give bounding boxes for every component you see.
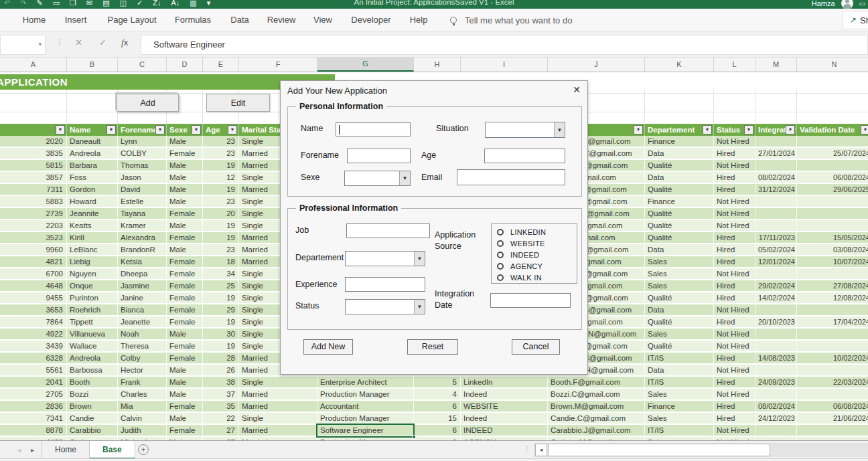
- cell[interactable]: 3857: [0, 172, 67, 184]
- cell[interactable]: [755, 389, 797, 401]
- radio-option-walk-in[interactable]: WALK IN: [497, 273, 542, 282]
- cell[interactable]: Not Hired: [714, 304, 755, 316]
- cell[interactable]: 7341: [0, 413, 67, 425]
- cell[interactable]: Not Hired: [714, 341, 755, 353]
- cell[interactable]: 12/01/2024: [755, 256, 797, 268]
- cell[interactable]: Alexandra: [118, 232, 167, 244]
- insert-function-icon[interactable]: fx: [121, 37, 128, 48]
- cell[interactable]: INDEED: [461, 425, 548, 437]
- cell[interactable]: IT/IS: [645, 377, 714, 389]
- cell[interactable]: 3439: [0, 341, 67, 353]
- new-sheet-button[interactable]: +: [138, 444, 149, 455]
- sort-az-icon[interactable]: Z↓: [153, 0, 161, 7]
- radio-icon[interactable]: [497, 263, 504, 270]
- cell[interactable]: 9455: [0, 292, 67, 304]
- combo-dropdown-icon[interactable]: ▼: [554, 122, 565, 137]
- formula-input[interactable]: Software Engineer: [141, 35, 868, 55]
- cell[interactable]: 19: [203, 292, 239, 304]
- cell[interactable]: Qualité: [645, 341, 714, 353]
- cell[interactable]: 28: [203, 353, 239, 365]
- table-header-cell[interactable]: Sexe▼: [167, 124, 203, 136]
- add-button[interactable]: Add: [117, 94, 179, 112]
- cell[interactable]: Female: [167, 256, 203, 268]
- cell[interactable]: Judith: [118, 425, 167, 437]
- open-folder-icon[interactable]: ❒: [70, 0, 76, 7]
- radio-icon[interactable]: [497, 274, 504, 281]
- cell[interactable]: 20: [203, 208, 239, 220]
- cell[interactable]: WEBSITE: [461, 401, 548, 413]
- table-header-cell[interactable]: Integration▼: [755, 124, 797, 136]
- cell[interactable]: 5: [414, 377, 461, 389]
- ribbon-display-options-icon[interactable]: ▭: [859, 0, 865, 7]
- cell[interactable]: Andreola: [67, 148, 118, 160]
- cell[interactable]: 6: [414, 425, 461, 437]
- cell[interactable]: Foss: [67, 172, 118, 184]
- cell[interactable]: Kirill: [67, 232, 118, 244]
- column-header-H[interactable]: H: [414, 58, 461, 72]
- cell[interactable]: 29: [203, 304, 239, 316]
- column-header-F[interactable]: F: [239, 58, 317, 72]
- cell[interactable]: 27: [203, 425, 239, 437]
- edit-button[interactable]: Edit: [206, 94, 270, 112]
- radio-icon[interactable]: [497, 240, 504, 247]
- radio-icon[interactable]: [497, 229, 504, 236]
- sheet-tab-base[interactable]: Base: [90, 441, 135, 459]
- cell[interactable]: 14/08/2023: [755, 353, 797, 365]
- cell[interactable]: Female: [167, 341, 203, 353]
- cell[interactable]: 19: [203, 316, 239, 329]
- cell[interactable]: 23: [203, 148, 239, 160]
- radio-option-website[interactable]: WEBSITE: [497, 239, 545, 248]
- cell[interactable]: Qualité: [645, 292, 714, 304]
- cell[interactable]: Hired: [714, 413, 755, 425]
- table-header-cell[interactable]: Name▼: [67, 124, 118, 136]
- cell[interactable]: 20/10/2023: [755, 316, 797, 329]
- cell[interactable]: [755, 341, 797, 353]
- cell[interactable]: Male: [167, 220, 203, 232]
- cell[interactable]: Male: [167, 196, 203, 208]
- chevron-down-icon[interactable]: ▾: [38, 41, 42, 48]
- ribbon-tab-page-layout[interactable]: Page Layout: [107, 9, 156, 31]
- cell[interactable]: 05/02/2024: [755, 244, 797, 256]
- cell[interactable]: BrandonR: [118, 244, 167, 256]
- departement-combobox[interactable]: ▼: [345, 251, 425, 266]
- cell[interactable]: 18: [203, 256, 239, 268]
- cell[interactable]: 19: [203, 341, 239, 353]
- filter-dropdown-icon[interactable]: ▼: [634, 125, 643, 134]
- cell[interactable]: 9960: [0, 244, 67, 256]
- radio-option-agency[interactable]: AGENCY: [497, 262, 542, 271]
- cell[interactable]: Kramer: [118, 220, 167, 232]
- cell[interactable]: 08/02/2024: [755, 401, 797, 413]
- tell-me-box[interactable]: Tell me what you want to do: [450, 9, 572, 31]
- cell[interactable]: Enterprise Architect: [317, 377, 414, 389]
- cell[interactable]: Hired: [714, 292, 755, 304]
- cell[interactable]: Qualité: [645, 232, 714, 244]
- cell[interactable]: Sales: [645, 268, 714, 280]
- cell[interactable]: [797, 268, 868, 280]
- cell[interactable]: 2739: [0, 208, 67, 220]
- ribbon-tab-developer[interactable]: Developer: [351, 9, 390, 31]
- cell[interactable]: Male: [167, 136, 203, 148]
- cell[interactable]: David: [118, 184, 167, 196]
- cell[interactable]: Hired: [714, 148, 755, 160]
- column-header-A[interactable]: A: [0, 58, 67, 72]
- cell[interactable]: Booth.F@gmail.com: [548, 377, 645, 389]
- cell[interactable]: Colby: [118, 353, 167, 365]
- cell[interactable]: Married: [239, 401, 317, 413]
- cell[interactable]: Janine: [118, 292, 167, 304]
- cell[interactable]: [797, 160, 868, 172]
- cell[interactable]: Data: [645, 304, 714, 316]
- cell[interactable]: Bozzi: [67, 389, 118, 401]
- cell[interactable]: 3523: [0, 232, 67, 244]
- cell[interactable]: Not Hired: [714, 329, 755, 341]
- cell[interactable]: 29/06/2025: [797, 184, 868, 196]
- cell[interactable]: 19: [203, 232, 239, 244]
- cell[interactable]: 4922: [0, 329, 67, 341]
- cell[interactable]: Thomas: [118, 160, 167, 172]
- cell[interactable]: Male: [167, 389, 203, 401]
- cell[interactable]: 25: [203, 280, 239, 292]
- ribbon-tab-view[interactable]: View: [313, 9, 332, 31]
- radio-icon[interactable]: [497, 252, 504, 258]
- cell[interactable]: 22/03/2024: [797, 377, 868, 389]
- cell[interactable]: Hired: [714, 401, 755, 413]
- cell[interactable]: 6: [414, 401, 461, 413]
